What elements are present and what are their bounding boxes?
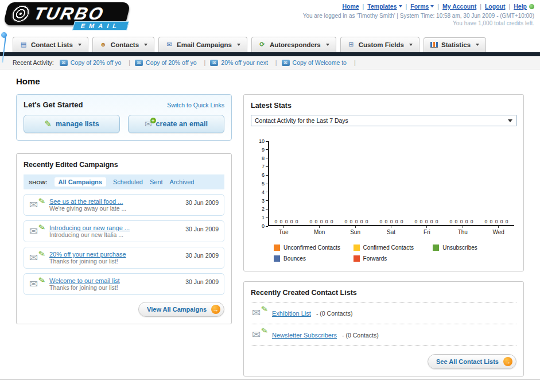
help-icon[interactable] — [529, 4, 534, 9]
contact-lists-panel-title: Recently Created Contact Lists — [251, 289, 516, 297]
contact-list-link[interactable]: Exhibition List — [272, 310, 311, 317]
recent-activity-item[interactable]: ✉ Copy of Welcome to — [282, 59, 360, 66]
contact-list-row: ✉✎ Newsletter Subscribers - (0 Contacts) — [251, 324, 516, 346]
campaign-row: ✉✎ 20% off your next purchase Thanks for… — [24, 247, 224, 269]
tab-email-campaigns[interactable]: ✉ Email Campaigns — [158, 37, 247, 52]
x-axis-label: Fri — [409, 226, 445, 235]
campaign-title-link[interactable]: 20% off your next purchase — [49, 251, 180, 258]
latest-stats-panel: Latest Stats Contact Activity for the La… — [243, 94, 524, 271]
x-axis-label: Sat — [373, 226, 409, 235]
campaign-subtitle: Introducing our new Italia ... — [49, 231, 123, 238]
legend-swatch — [353, 255, 360, 262]
header: TURBO EMAIL Home Templates Forms My Acco… — [0, 0, 540, 36]
tab-contacts[interactable]: ☻ Contacts — [92, 37, 154, 52]
contacts-icon: ☻ — [99, 41, 107, 48]
campaign-row: ✉✎ See us at the retail food ... We're g… — [24, 194, 224, 216]
custom-fields-icon: ⊞ — [347, 41, 355, 48]
recent-activity-text: Copy of Welcome to — [293, 59, 347, 66]
email-campaigns-icon: ✉ — [165, 41, 173, 48]
view-all-campaigns-button[interactable]: View All Campaigns → — [138, 302, 224, 317]
chart-legend: Unconfirmed ContactsConfirmed ContactsUn… — [274, 244, 515, 262]
statistics-icon — [430, 42, 438, 48]
campaign-title-link[interactable]: Welcome to our email list — [49, 277, 180, 284]
legend-label: Bounces — [283, 255, 306, 262]
recent-activity-label: Recent Activity: — [13, 59, 54, 66]
tab-autoresponders[interactable]: ⟳ Autoresponders — [251, 37, 336, 52]
y-axis-tick: 5 — [262, 181, 268, 187]
nav-tabs: ▤ Contact Lists ☻ Contacts ✉ Email Campa… — [0, 37, 540, 52]
get-started-title: Let's Get Started — [24, 100, 83, 109]
envelope-icon: ✉ — [210, 60, 218, 66]
left-column: Let's Get Started Switch to Quick Links … — [16, 94, 232, 324]
chart-plot: 0 0 0 0 00 0 0 0 00 0 0 0 00 0 0 0 00 0 … — [268, 141, 514, 226]
recent-activity-item[interactable]: ✉ 20% off your next — [210, 59, 281, 66]
legend-label: Unsubscribes — [442, 244, 477, 251]
top-link-my-account[interactable]: My Account — [442, 3, 476, 10]
switch-quick-links-link[interactable]: Switch to Quick Links — [167, 102, 224, 108]
contact-list-link[interactable]: Newsletter Subscribers — [272, 332, 337, 339]
legend-swatch — [274, 255, 280, 262]
envelope-icon: ✉ — [135, 60, 143, 66]
view-all-campaigns-label: View All Campaigns — [147, 306, 207, 313]
chart-value-group: 0 0 0 0 0 — [339, 141, 374, 225]
arrow-right-icon: → — [503, 357, 512, 366]
chart-value-group: 0 0 0 0 0 — [479, 141, 514, 225]
legend-label: Unconfirmed Contacts — [283, 244, 340, 251]
y-axis-tick: 3 — [262, 198, 268, 204]
recently-edited-campaigns-panel: Recently Edited Campaigns SHOW: All Camp… — [16, 153, 232, 324]
filter-archived[interactable]: Archived — [170, 178, 195, 185]
y-axis-tick: 8 — [262, 156, 268, 161]
recent-contact-lists-panel: Recently Created Contact Lists ✉✎ Exhibi… — [243, 281, 524, 377]
campaigns-panel-title: Recently Edited Campaigns — [24, 161, 224, 169]
logo-title: TURBO — [32, 4, 107, 24]
manage-lists-label: manage lists — [56, 120, 99, 128]
tab-label: Custom Fields — [359, 41, 404, 48]
legend-item: Bounces — [274, 255, 353, 262]
chevron-down-icon — [237, 44, 240, 46]
edit-campaign-icon: ✉✎ — [29, 253, 44, 263]
see-all-contact-lists-label: See All Contact Lists — [436, 358, 499, 365]
tab-label: Contact Lists — [31, 41, 73, 48]
campaign-date: 30 Jun 2009 — [185, 226, 219, 232]
campaign-title-link[interactable]: Introducing our new range ... — [49, 224, 180, 231]
edit-list-icon: ✉✎ — [252, 329, 267, 340]
create-email-button[interactable]: ✉+ create an email — [128, 115, 224, 133]
top-link-help[interactable]: Help — [514, 3, 527, 10]
chevron-down-icon — [508, 119, 512, 122]
x-axis-label: Tue — [266, 226, 301, 235]
filter-scheduled[interactable]: Scheduled — [113, 178, 143, 185]
plus-icon: + — [150, 118, 156, 123]
campaign-row: ✉✎ Welcome to our email list Thanks for … — [24, 273, 224, 295]
y-axis-tick: 0 — [262, 223, 268, 229]
chevron-down-icon — [326, 44, 329, 46]
filter-sent[interactable]: Sent — [150, 178, 163, 185]
x-axis-label: Mon — [301, 226, 337, 235]
get-started-panel: Let's Get Started Switch to Quick Links … — [16, 94, 232, 141]
manage-lists-button[interactable]: ✎ manage lists — [24, 115, 120, 133]
chevron-down-icon — [476, 44, 479, 46]
campaign-title-link[interactable]: See us at the retail food ... — [49, 198, 180, 205]
legend-label: Confirmed Contacts — [363, 244, 414, 251]
edit-campaign-icon: ✉✎ — [29, 279, 44, 290]
pencil-icon: ✎ — [44, 119, 52, 129]
legend-item: Forwards — [353, 255, 433, 262]
recent-activity-text: 20% off your next — [221, 59, 268, 66]
tab-statistics[interactable]: Statistics — [424, 37, 486, 52]
top-link-templates[interactable]: Templates — [367, 3, 397, 10]
top-link-forms[interactable]: Forms — [410, 3, 429, 10]
recent-activity-item[interactable]: ✉ Copy of 20% off yo — [60, 59, 135, 66]
edit-campaign-icon: ✉✎ — [29, 226, 44, 237]
filter-all-campaigns[interactable]: All Campaigns — [55, 177, 106, 187]
tab-label: Statistics — [441, 41, 471, 48]
stats-range-select[interactable]: Contact Activity for the Last 7 Days — [251, 115, 516, 126]
main-nav: ▤ Contact Lists ☻ Contacts ✉ Email Campa… — [0, 37, 540, 56]
recent-activity-item[interactable]: ✉ Copy of 20% off yo — [135, 59, 210, 66]
y-axis-tick: 6 — [262, 172, 268, 178]
tab-custom-fields[interactable]: ⊞ Custom Fields — [340, 37, 419, 52]
tab-contact-lists[interactable]: ▤ Contact Lists — [13, 37, 88, 52]
campaign-subtitle: Thanks for joining our list! — [49, 258, 118, 265]
y-axis-tick: 2 — [262, 206, 268, 212]
top-link-logout[interactable]: Logout — [485, 3, 506, 10]
see-all-contact-lists-button[interactable]: See All Contact Lists → — [428, 354, 516, 369]
top-link-home[interactable]: Home — [342, 3, 359, 10]
